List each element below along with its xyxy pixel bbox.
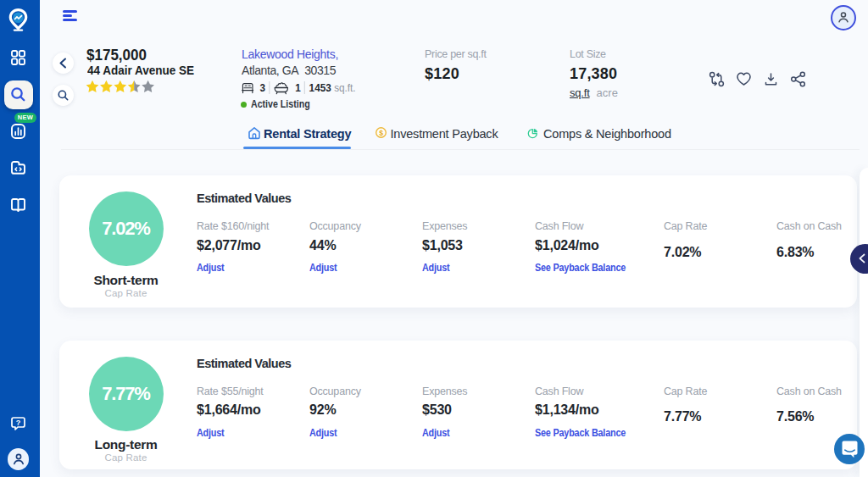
svg-text:?: ?: [16, 419, 21, 427]
svg-text:$: $: [379, 128, 383, 136]
